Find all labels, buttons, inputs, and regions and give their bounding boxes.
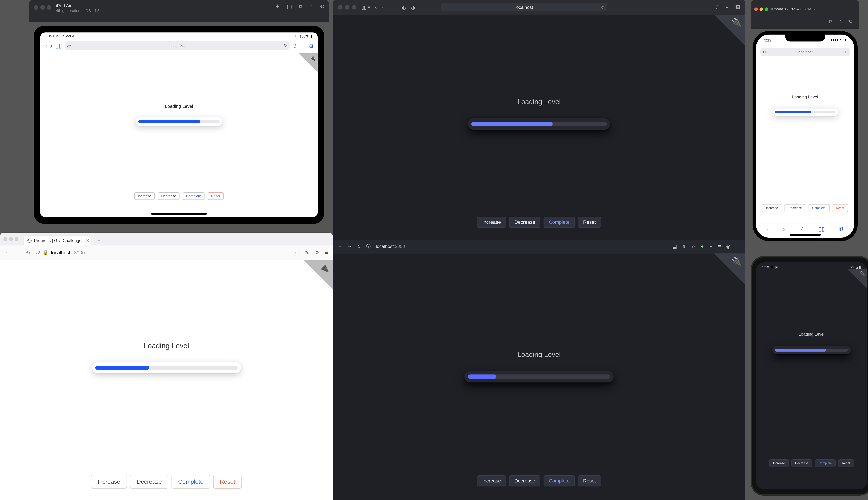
hamburger-menu-icon[interactable]: ≡ <box>325 250 328 255</box>
reload-icon[interactable]: ↻ <box>601 5 605 10</box>
tabs-icon[interactable]: ▦ <box>735 4 740 11</box>
install-icon[interactable]: ⬓ <box>672 243 677 249</box>
new-tab-icon[interactable]: ＋ <box>724 4 730 11</box>
reload-button[interactable]: ↻ <box>357 244 361 249</box>
share-icon[interactable]: ⇪ <box>292 42 297 49</box>
tabs-icon[interactable]: ⧉ <box>309 42 313 49</box>
complete-button[interactable]: Complete <box>544 217 575 228</box>
complete-button[interactable]: Complete <box>808 204 830 212</box>
sparkle-icon[interactable]: ✦ <box>275 3 280 10</box>
shield-icon[interactable]: ◐ <box>402 4 406 10</box>
reset-button[interactable]: Reset <box>838 459 854 467</box>
home-indicator[interactable] <box>789 234 821 236</box>
reset-button[interactable]: Reset <box>213 475 242 489</box>
url-toolbar: ← → ↻ 🛡 🔓 localhost:3000 ☆ ✎ ⚙ ≡ <box>0 246 333 260</box>
decrease-button[interactable]: Decrease <box>130 475 169 489</box>
forward-button[interactable]: › <box>50 42 53 50</box>
reset-button[interactable]: Reset <box>578 217 601 228</box>
loading-label: Loading Level <box>517 98 561 106</box>
decrease-button[interactable]: Decrease <box>509 475 540 487</box>
list-icon[interactable]: ≡ <box>718 243 721 249</box>
traffic-lights[interactable] <box>754 8 768 11</box>
extension-icon[interactable]: ● <box>701 243 704 249</box>
increase-button[interactable]: Increase <box>762 204 782 212</box>
tabs-icon[interactable]: ⧉ <box>840 226 844 232</box>
reset-button[interactable]: Reset <box>208 192 224 200</box>
reader-icon[interactable]: ᴀA <box>763 50 767 54</box>
back-button[interactable]: ‹ <box>45 42 47 50</box>
sidebar-icon[interactable]: ▯▯ ▾ <box>361 4 370 10</box>
increase-button[interactable]: Increase <box>477 475 506 487</box>
home-indicator[interactable] <box>151 213 207 215</box>
traffic-lights[interactable] <box>338 5 356 10</box>
increase-button[interactable]: Increase <box>769 459 789 467</box>
back-button[interactable]: ← <box>338 244 342 249</box>
extensions-icon[interactable]: ⚙ <box>315 250 319 255</box>
traffic-lights[interactable] <box>34 5 52 10</box>
new-tab-button[interactable]: ＋ <box>94 235 104 246</box>
close-tab-icon[interactable]: ✕ <box>86 238 89 243</box>
rotate-icon[interactable]: ⟲ <box>320 3 324 10</box>
increase-button[interactable]: Increase <box>134 192 155 200</box>
info-icon[interactable]: ⓘ <box>366 243 370 249</box>
url-port: :3000 <box>394 244 405 249</box>
ipad-device-frame: 3:19 PM Fri Mar 4 ᯤ100%▮ ‹ › ▯▯ ᴀA local… <box>34 26 324 224</box>
home-icon[interactable]: ⌂ <box>309 3 313 10</box>
status-time: 3:19 PM <box>45 34 58 38</box>
bookmark-star-icon[interactable]: ☆ <box>295 250 299 255</box>
traffic-lights[interactable] <box>3 237 19 241</box>
bookmarks-icon[interactable]: ▯▯ <box>818 226 825 232</box>
safari-window-dark-top: ▯▯ ▾ ‹ › ◐ ◑ localhost ↻ ⇪ ＋ ▦ 🔌 Loading… <box>333 0 745 240</box>
browser-window-dark-bottom: ← → ↻ ⓘ localhost:3000 ⬓ ⇪ ☆ ● ✦ ≡ ◉ ⋮ 🔌… <box>333 240 745 500</box>
browser-tab[interactable]: Progress | GUI Challenges ✕ <box>24 236 91 246</box>
complete-button[interactable]: Complete <box>172 475 210 489</box>
appearance-icon[interactable]: ◑ <box>411 4 415 10</box>
decrease-button[interactable]: Decrease <box>158 192 180 200</box>
share-icon[interactable]: ⇪ <box>799 226 804 232</box>
kebab-menu-icon[interactable]: ⋮ <box>735 243 740 249</box>
reader-icon[interactable]: ᴀA <box>67 44 71 48</box>
reload-icon[interactable]: ↻ <box>844 50 847 54</box>
record-icon[interactable]: ⧈ <box>299 3 302 10</box>
complete-button[interactable]: Complete <box>544 475 575 487</box>
puzzle-icon[interactable]: ✦ <box>709 243 713 249</box>
sidebar-icon[interactable]: ▯▯ <box>55 42 62 49</box>
loading-label: Loading Level <box>165 104 193 109</box>
forward-button[interactable]: → <box>347 244 352 249</box>
address-bar[interactable]: ᴀA localhost ↻ <box>760 48 850 56</box>
back-button[interactable]: ← <box>5 249 10 256</box>
decrease-button[interactable]: Decrease <box>784 204 806 212</box>
loading-label: Loading Level <box>799 332 824 337</box>
share-icon[interactable]: ⇪ <box>715 4 719 11</box>
iphone-simulator-window: iPhone 12 Pro – iOS 14.5 ⧈ ⌂ ⟲ 3:19 ▮▮▮▮… <box>751 0 859 245</box>
share-icon[interactable]: ⇪ <box>682 243 686 249</box>
decrease-button[interactable]: Decrease <box>509 217 540 228</box>
reset-button[interactable]: Reset <box>578 475 601 487</box>
back-button[interactable]: ‹ <box>767 226 768 232</box>
shield-icon[interactable]: 🛡 <box>35 250 40 255</box>
screenshot-icon[interactable]: ⧈ <box>829 18 832 26</box>
complete-button[interactable]: Complete <box>815 459 836 467</box>
profile-icon[interactable]: ◉ <box>726 243 730 249</box>
forward-button[interactable]: › <box>381 4 383 10</box>
back-button[interactable]: ‹ <box>375 4 377 10</box>
forward-button[interactable]: → <box>15 249 21 256</box>
lock-icon: 🔓 <box>43 250 49 255</box>
increase-button[interactable]: Increase <box>91 475 127 489</box>
reset-button[interactable]: Reset <box>832 204 848 212</box>
address-bar[interactable]: ᴀA localhost ↻ <box>65 41 289 50</box>
complete-button[interactable]: Complete <box>183 192 205 200</box>
increase-button[interactable]: Increase <box>477 217 506 228</box>
address-bar[interactable]: localhost ↻ <box>441 3 607 11</box>
screenshot-icon[interactable]: ▢ <box>287 3 292 10</box>
reload-icon[interactable]: ↻ <box>284 43 287 48</box>
star-icon[interactable]: ☆ <box>691 243 696 249</box>
home-icon[interactable]: ⌂ <box>839 18 842 26</box>
address-bar[interactable]: 🛡 🔓 localhost:3000 <box>35 250 290 255</box>
favicon <box>27 239 32 243</box>
reload-button[interactable]: ↻ <box>26 249 30 256</box>
eyedropper-icon[interactable]: ✎ <box>305 250 309 255</box>
new-tab-icon[interactable]: ＋ <box>300 42 306 50</box>
rotate-icon[interactable]: ⟲ <box>848 18 852 26</box>
decrease-button[interactable]: Decrease <box>791 459 812 467</box>
